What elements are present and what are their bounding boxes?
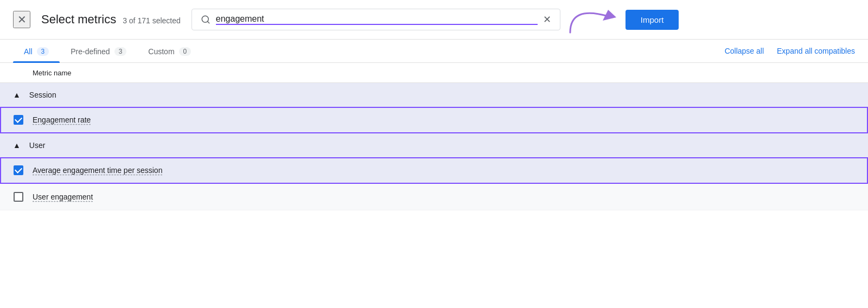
- title-area: Select metrics 3 of 171 selected: [41, 12, 181, 27]
- avg-engagement-time-checkbox-wrap[interactable]: [13, 165, 24, 176]
- search-icon: [201, 15, 210, 24]
- import-button[interactable]: Import: [626, 10, 679, 30]
- user-engagement-label: User engagement: [33, 193, 93, 201]
- tab-predefined[interactable]: Pre-defined 3: [60, 40, 137, 62]
- session-section-header[interactable]: ▲ Session: [0, 83, 868, 107]
- user-engagement-checkbox[interactable]: [14, 192, 23, 202]
- engagement-rate-checkbox-wrap[interactable]: [13, 114, 24, 125]
- tab-custom[interactable]: Custom 0: [137, 40, 202, 62]
- svg-line-1: [207, 21, 209, 23]
- tab-predefined-label: Pre-defined: [71, 47, 110, 56]
- tab-all[interactable]: All 3: [13, 40, 60, 62]
- session-section-title: Session: [29, 91, 56, 99]
- avg-engagement-time-label: Average engagement time per session: [33, 166, 162, 175]
- dialog-header: ✕ Select metrics 3 of 171 selected ✕ Imp…: [0, 0, 868, 40]
- tab-predefined-badge: 3: [114, 47, 127, 56]
- user-section-title: User: [29, 141, 46, 150]
- avg-engagement-time-row: Average engagement time per session: [0, 157, 868, 184]
- table-header: Metric name: [0, 63, 868, 83]
- tab-all-badge: 3: [37, 47, 49, 56]
- user-section-header[interactable]: ▲ User: [0, 133, 868, 157]
- search-box: ✕: [192, 9, 560, 30]
- session-chevron-icon: ▲: [13, 91, 21, 99]
- user-chevron-icon: ▲: [13, 141, 21, 150]
- search-input[interactable]: [216, 14, 538, 25]
- engagement-rate-label: Engagement rate: [33, 116, 91, 124]
- user-engagement-checkbox-wrap[interactable]: [13, 191, 24, 202]
- tab-custom-label: Custom: [148, 47, 174, 56]
- close-icon: ✕: [17, 13, 27, 26]
- user-engagement-row: User engagement: [0, 184, 868, 210]
- svg-marker-2: [603, 10, 616, 21]
- selection-count: 3 of 171 selected: [123, 16, 181, 25]
- engagement-rate-checkbox[interactable]: [14, 115, 23, 125]
- close-button[interactable]: ✕: [13, 11, 30, 28]
- annotation-area: Import: [582, 10, 679, 30]
- dialog-title: Select metrics: [41, 12, 116, 27]
- tab-all-label: All: [24, 47, 33, 56]
- engagement-rate-row: Engagement rate: [0, 107, 868, 133]
- expand-all-compatibles-link[interactable]: Expand all compatibles: [777, 47, 855, 55]
- arrow-annotation: [565, 0, 630, 38]
- search-clear-button[interactable]: ✕: [543, 14, 551, 25]
- tabs-row: All 3 Pre-defined 3 Custom 0 Collapse al…: [0, 40, 868, 63]
- tab-custom-badge: 0: [179, 47, 192, 56]
- avg-engagement-time-checkbox[interactable]: [14, 165, 23, 175]
- metric-name-column-header: Metric name: [33, 69, 72, 77]
- tab-actions: Collapse all Expand all compatibles: [725, 47, 855, 55]
- collapse-all-link[interactable]: Collapse all: [725, 47, 764, 55]
